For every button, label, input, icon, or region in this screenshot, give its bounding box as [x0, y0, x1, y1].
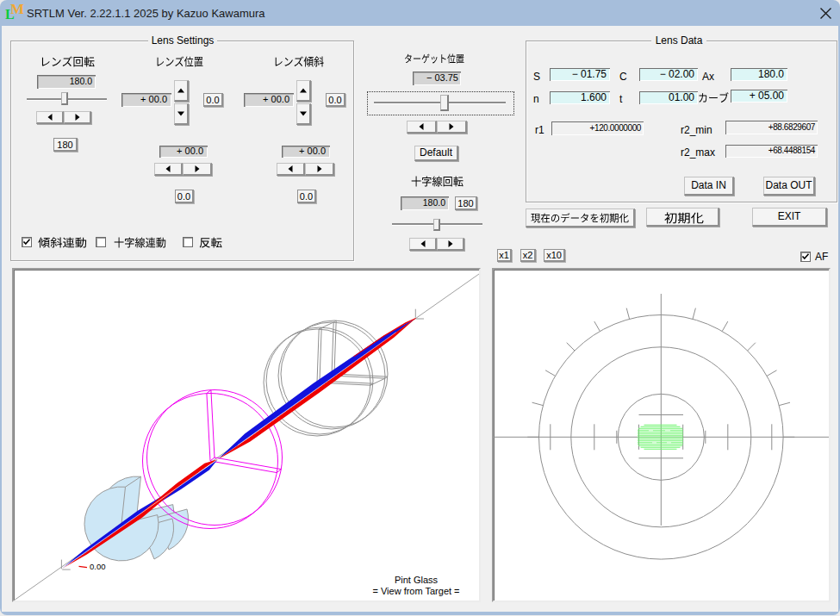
svg-text:0.00: 0.00: [90, 562, 106, 571]
svg-text:= View from Target =: = View from Target =: [372, 586, 459, 596]
svg-text:Pint Glass: Pint Glass: [395, 575, 439, 585]
